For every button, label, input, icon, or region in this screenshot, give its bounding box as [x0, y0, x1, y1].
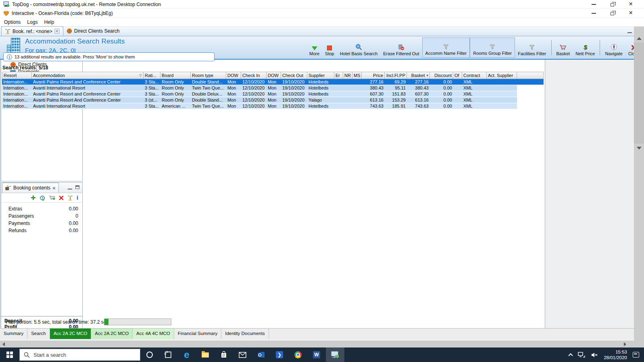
column-header[interactable]: Price	[362, 72, 385, 79]
bottom-tab-search[interactable]: Search	[27, 329, 50, 339]
rdp-close-button[interactable]	[621, 0, 640, 8]
network-icon[interactable]	[578, 352, 585, 358]
taskbar-search-input[interactable]: Start a search	[19, 349, 140, 361]
panel-maximize-icon[interactable]	[75, 185, 79, 189]
booking-row-passengers[interactable]: Passengers0	[1, 212, 82, 220]
column-header[interactable]: Resort	[2, 72, 32, 79]
tray-expand-icon[interactable]	[569, 353, 573, 358]
column-header[interactable]	[517, 72, 544, 79]
table-cell: Hotelbeds	[307, 91, 334, 97]
menu-help[interactable]: Help	[44, 19, 54, 25]
view-minimize-icon[interactable]	[627, 32, 632, 33]
table-row[interactable]: Internation...Avanti Palms Resort and Co…	[2, 79, 543, 85]
rdp-minimize-button[interactable]	[584, 0, 603, 8]
rdp-restore-button[interactable]	[603, 0, 621, 8]
arrow-app-icon[interactable]: ❯	[270, 347, 289, 362]
filter-funnel-icon[interactable]: ▽	[138, 72, 142, 79]
app-restore-button[interactable]	[603, 9, 621, 18]
scroll-left-icon[interactable]	[2, 342, 5, 346]
rdp-taskbar-icon[interactable]	[326, 347, 344, 362]
erase-bin-icon	[398, 44, 404, 50]
bottom-tab-summary[interactable]: Summary	[0, 329, 27, 339]
table-row[interactable]: Internation...Avanti International Resor…	[2, 85, 543, 91]
mail-icon[interactable]	[233, 347, 252, 362]
scroll-up-icon[interactable]	[637, 37, 642, 40]
vertical-scrollbar[interactable]	[634, 27, 644, 341]
column-header[interactable]: Basket▾	[407, 72, 430, 79]
action-center-icon[interactable]	[633, 352, 639, 358]
table-cell: Mon	[267, 85, 281, 91]
outlook-icon[interactable]	[252, 347, 270, 362]
horizontal-scrollbar[interactable]	[0, 341, 644, 347]
start-button[interactable]	[0, 347, 19, 362]
table-row[interactable]: Internation...Avanti Palms Resort And Co…	[2, 97, 543, 103]
column-header[interactable]: DOW	[226, 72, 241, 79]
booking-contents-tab[interactable]: Booking contents	[2, 183, 59, 193]
booking-row-refunds[interactable]: Refunds0.00	[1, 227, 82, 234]
bottom-tab-financial-summary[interactable]: Financial Summary	[174, 329, 221, 339]
bottom-tab-identity-documents[interactable]: Identity Documents	[221, 329, 269, 339]
booking-row-payments[interactable]: Payments0.00	[1, 220, 82, 227]
tab-book-ref[interactable]: Book. ref.: <none>	[1, 26, 63, 36]
basket-button[interactable]: Basket	[554, 37, 573, 58]
accomm-name-filter-button[interactable]: Accomm Name Filter	[422, 37, 470, 58]
column-header[interactable]: Of	[453, 72, 462, 79]
column-header[interactable]: Check Out	[281, 72, 307, 79]
column-header[interactable]: Rati...	[144, 72, 160, 79]
task-view-icon[interactable]	[159, 347, 177, 362]
file-explorer-icon[interactable]	[196, 347, 215, 362]
navigate-button[interactable]: Navigate	[602, 37, 625, 58]
word-icon[interactable]: W	[307, 347, 326, 362]
bottom-tab-acc-4a4c-mco[interactable]: Acc 4A 4C MCO	[133, 329, 174, 339]
scroll-right-icon[interactable]	[624, 342, 626, 346]
app-minimize-button[interactable]	[584, 9, 603, 18]
column-header[interactable]: DOW	[267, 72, 281, 79]
bottom-tab-acc-2a2c-mco[interactable]: Acc 2A 2C MCO	[91, 329, 133, 339]
column-header[interactable]: Discount	[430, 72, 453, 79]
column-header[interactable]: Room type	[191, 72, 226, 79]
menu-options[interactable]: Options	[4, 19, 21, 25]
bottom-tab-acc-2a2c-mco-active[interactable]: Acc 2A 2C MCO	[50, 329, 92, 339]
tab-direct-clients-search[interactable]: Direct Clients Search	[63, 26, 123, 36]
hotel-basis-search-button[interactable]: Hotel Basis Search	[337, 37, 381, 58]
column-header[interactable]: Accommodation▽	[32, 72, 144, 79]
menu-logs[interactable]: Logs	[27, 19, 38, 25]
column-header[interactable]: MS	[352, 72, 362, 79]
chrome-icon[interactable]	[289, 347, 307, 362]
column-header[interactable]: NR	[343, 72, 352, 79]
column-header[interactable]: Contract	[462, 72, 487, 79]
scroll-down-icon[interactable]	[637, 147, 642, 150]
column-header[interactable]: Board	[160, 72, 191, 79]
tab-close-icon[interactable]	[54, 29, 60, 34]
cart-add-icon[interactable]	[49, 195, 55, 200]
more-button[interactable]: More	[306, 37, 322, 58]
facilities-filter-button[interactable]: Facilities Filter	[515, 37, 549, 58]
booking-row-extras[interactable]: Extras0.00	[1, 205, 82, 212]
delete-icon[interactable]	[59, 196, 64, 200]
column-header[interactable]: Check In	[241, 72, 267, 79]
column-header[interactable]: Er	[334, 72, 343, 79]
booking-contents-close-icon[interactable]	[52, 185, 56, 191]
app-close-button[interactable]	[621, 9, 640, 18]
info-icon[interactable]	[77, 195, 78, 201]
store-icon[interactable]	[215, 347, 233, 362]
volume-muted-icon[interactable]	[591, 352, 598, 358]
vertical-scrollbar-thumb[interactable]	[634, 43, 644, 144]
erase-filtered-out-button[interactable]: Erase Filtered Out	[380, 37, 422, 58]
column-header[interactable]: Act. Supplier	[487, 72, 517, 79]
refresh-clock-icon[interactable]	[40, 195, 45, 201]
table-row[interactable]: Internation...Avanti International Resor…	[2, 103, 543, 109]
edge-icon[interactable]	[177, 347, 196, 362]
column-header[interactable]: Incl.Fl.PP	[385, 72, 407, 79]
table-cell	[453, 91, 462, 97]
nett-price-button[interactable]: Nett Price	[573, 37, 598, 58]
rooms-group-filter-button[interactable]: Rooms Group Filter	[470, 37, 515, 58]
cortana-icon[interactable]	[140, 347, 159, 362]
palm-small-icon[interactable]	[67, 195, 73, 201]
taskbar-clock[interactable]: 15:53 28/01/2020	[604, 349, 627, 360]
table-row[interactable]: Internation...Avanti Palms Resort and Co…	[2, 91, 543, 97]
stop-button[interactable]: Stop	[322, 37, 337, 58]
add-icon[interactable]	[31, 195, 36, 200]
column-header[interactable]: Supplier	[307, 72, 334, 79]
panel-minimize-icon[interactable]	[68, 189, 72, 190]
